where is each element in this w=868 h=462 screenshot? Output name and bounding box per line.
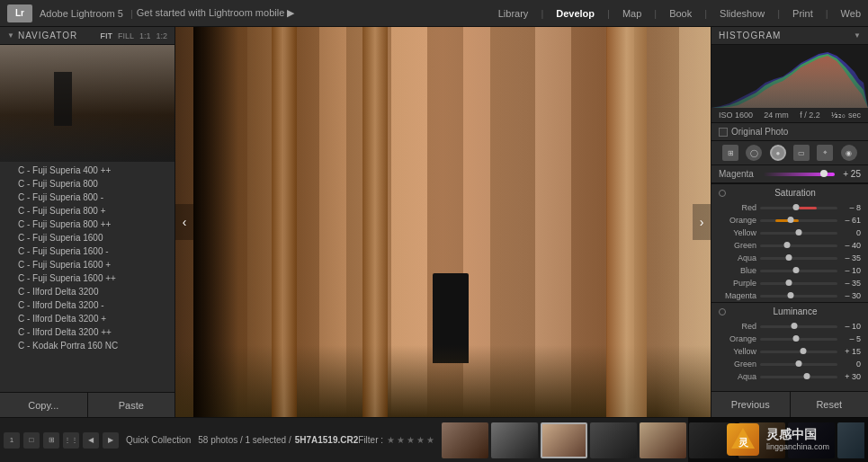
nav-web[interactable]: Web (841, 8, 861, 19)
magenta-slider[interactable] (763, 173, 835, 176)
luminance-yellow-slider[interactable] (760, 351, 837, 353)
filmstrip-grid-btn[interactable]: ⊞ (43, 432, 59, 449)
saturation-dot[interactable] (719, 190, 726, 197)
filmstrip-btn-1[interactable]: 1 (4, 432, 20, 449)
luminance-green-slider[interactable] (760, 363, 837, 366)
paste-button[interactable]: Paste (88, 393, 175, 417)
saturation-purple-slider[interactable] (760, 282, 837, 285)
original-photo-checkbox[interactable] (719, 128, 728, 137)
saturation-green-slider[interactable] (760, 244, 837, 247)
saturation-red-slider[interactable] (760, 207, 837, 209)
filename: 5H7A1519.CR2 (295, 435, 359, 445)
saturation-aqua-label: Aqua (719, 253, 756, 262)
film-thumb[interactable] (590, 422, 637, 458)
filmstrip-btn-3[interactable]: ⋮⋮ (63, 432, 79, 449)
column-2 (362, 27, 388, 417)
luminance-aqua-value: + 30 (841, 372, 861, 381)
saturation-blue-thumb (792, 267, 799, 273)
tool-icon-6[interactable]: ◉ (841, 145, 857, 161)
nav-1-1[interactable]: 1:1 (139, 31, 151, 40)
luminance-orange-value: – 5 (841, 334, 861, 343)
star-5[interactable]: ★ (426, 435, 434, 445)
nav-slideshow[interactable]: Slideshow (720, 8, 765, 19)
list-item[interactable]: C - Ilford Delta 3200 (0, 285, 174, 298)
magenta-row: Magenta + 25 (711, 165, 868, 183)
saturation-orange-slider[interactable] (760, 219, 837, 222)
luminance-aqua-slider[interactable] (760, 376, 837, 378)
list-item[interactable]: C - Ilford Delta 3200 - (0, 298, 174, 312)
saturation-red-label: Red (719, 203, 756, 212)
list-item[interactable]: C - Ilford Delta 3200 ++ (0, 325, 174, 339)
nav-map[interactable]: Map (622, 8, 641, 19)
luminance-red-slider[interactable] (760, 325, 837, 328)
saturation-magenta-thumb (788, 292, 794, 298)
reset-button[interactable]: Reset (791, 392, 869, 417)
film-thumb[interactable] (442, 422, 488, 458)
list-item[interactable]: C - Fuji Superia 800 - (0, 191, 174, 204)
app-subtitle[interactable]: Get started with Lightroom mobile ▶ (137, 7, 498, 19)
list-item[interactable]: C - Fuji Superia 800 (0, 177, 174, 191)
saturation-blue-label: Blue (719, 266, 756, 275)
app-name: Adobe Lightroom 5 (40, 8, 123, 19)
filmstrip-btn-2[interactable]: □ (23, 432, 40, 449)
nav-fill[interactable]: FILL (118, 31, 134, 40)
list-item[interactable]: C - Fuji Superia 1600 - (0, 244, 174, 258)
list-item[interactable]: C - Fuji Superia 800 ++ (0, 218, 174, 231)
list-item[interactable]: C - Fuji Superia 1600 ++ (0, 271, 174, 285)
saturation-yellow-slider[interactable] (760, 232, 837, 235)
nav-print[interactable]: Print (792, 8, 813, 19)
film-thumb[interactable] (640, 422, 686, 458)
histogram-triangle-icon: ▼ (854, 31, 861, 40)
saturation-orange-thumb (788, 217, 794, 223)
image-prev-arrow[interactable]: ‹ (175, 204, 193, 240)
tool-icon-5[interactable]: ⌖ (817, 145, 833, 161)
saturation-section: Saturation (711, 183, 868, 201)
luminance-yellow-row: Yellow + 15 (711, 345, 868, 358)
luminance-orange-slider[interactable] (760, 338, 837, 341)
star-2[interactable]: ★ (397, 435, 405, 445)
luminance-yellow-value: + 15 (841, 347, 861, 356)
saturation-blue-slider[interactable] (760, 270, 837, 272)
exif-shutter: ¹⁄₃₂₀ sec (831, 111, 861, 120)
luminance-dot[interactable] (719, 308, 726, 315)
saturation-magenta-slider[interactable] (760, 295, 837, 298)
list-item[interactable]: C - Fuji Superia 800 + (0, 204, 174, 218)
copy-button[interactable]: Copy... (0, 393, 88, 417)
bottom-bar: 1 □ ⊞ ⋮⋮ ◀ ▶ Quick Collection 58 photos … (0, 417, 868, 462)
image-next-arrow[interactable]: › (693, 204, 711, 240)
saturation-purple-row: Purple – 35 (711, 277, 868, 289)
nav-fit[interactable]: FIT (100, 31, 112, 40)
list-item[interactable]: C - Ilford Delta 3200 + (0, 312, 174, 325)
film-thumb[interactable] (541, 422, 587, 458)
watermark-english: lingganchina.com (766, 442, 829, 453)
magenta-slider-thumb (820, 170, 828, 177)
list-item[interactable]: C - Fuji Superia 400 ++ (0, 164, 174, 177)
nav-book[interactable]: Book (669, 8, 692, 19)
tool-icon-3[interactable]: ● (770, 145, 786, 161)
tool-icon-4[interactable]: ▭ (793, 145, 810, 161)
nav-develop[interactable]: Develop (556, 8, 595, 19)
luminance-green-value: 0 (841, 360, 861, 369)
list-item[interactable]: C - Kodak Portra 160 NC (0, 339, 174, 352)
star-4[interactable]: ★ (416, 435, 425, 445)
luminance-green-thumb (796, 360, 802, 367)
filmstrip-next-btn[interactable]: ▶ (103, 432, 119, 449)
nav-1-2[interactable]: 1:2 (156, 31, 167, 40)
tool-icon-1[interactable]: ⊞ (722, 145, 738, 161)
filmstrip-prev-btn[interactable]: ◀ (83, 432, 99, 449)
list-item[interactable]: C - Fuji Superia 1600 (0, 231, 174, 244)
film-thumb[interactable] (491, 422, 538, 458)
saturation-aqua-slider[interactable] (760, 257, 837, 260)
star-1[interactable]: ★ (387, 435, 395, 445)
saturation-yellow-label: Yellow (719, 228, 756, 237)
previous-button[interactable]: Previous (711, 392, 791, 417)
star-3[interactable]: ★ (407, 435, 415, 445)
center-panel: ‹ › (175, 27, 711, 417)
luminance-aqua-label: Aqua (719, 372, 756, 381)
list-item[interactable]: C - Fuji Superia 1600 + (0, 258, 174, 271)
tool-icons-row: ⊞ ◯ ● ▭ ⌖ ◉ (711, 141, 868, 165)
tool-icon-2[interactable]: ◯ (746, 145, 762, 161)
saturation-red-thumb (793, 204, 800, 210)
luminance-yellow-label: Yellow (719, 347, 756, 356)
nav-library[interactable]: Library (498, 8, 529, 19)
